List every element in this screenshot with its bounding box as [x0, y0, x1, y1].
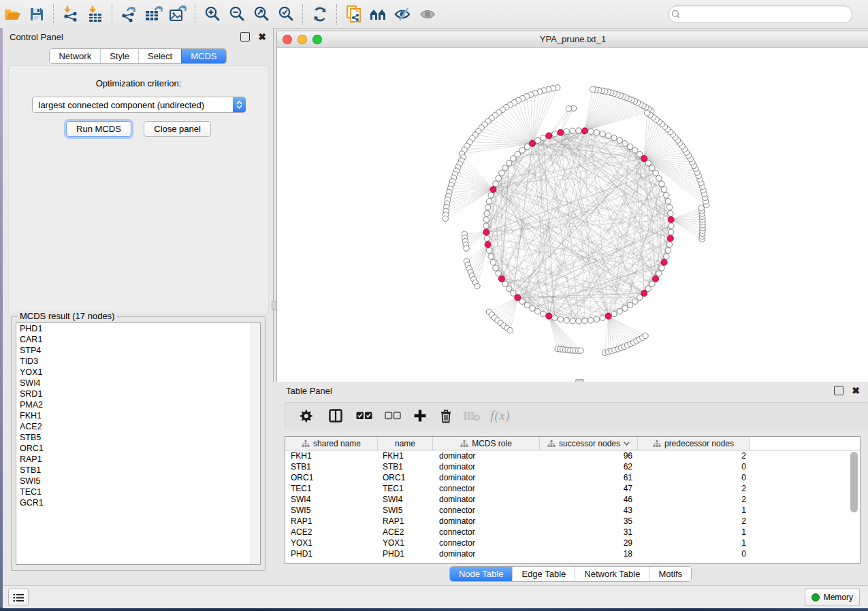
table-scrollbar[interactable]	[850, 452, 858, 561]
table-row[interactable]: SWI5SWI5connector431	[285, 505, 860, 516]
network-node[interactable]	[576, 318, 581, 324]
cell-predecessor-nodes[interactable]: 1	[638, 538, 750, 548]
mcds-result-item[interactable]: STP4	[16, 345, 260, 356]
mcds-network-node[interactable]	[661, 259, 667, 265]
cell-MCDS-role[interactable]: connector	[433, 506, 540, 515]
mcds-network-node[interactable]	[641, 156, 647, 162]
network-node[interactable]	[483, 217, 489, 222]
float-window-icon[interactable]	[834, 386, 843, 395]
tab-style[interactable]: Style	[100, 49, 138, 63]
network-node[interactable]	[566, 106, 571, 112]
mcds-result-item[interactable]: RAP1	[16, 454, 260, 465]
cell-successor-nodes[interactable]: 29	[540, 538, 638, 548]
refresh-view-icon[interactable]	[308, 2, 332, 27]
mcds-result-list[interactable]: PHD1CAR1STP4TID3YOX1SWI4SRD1PMA2FKH1ACE2…	[16, 323, 261, 565]
mcds-result-item[interactable]: FKH1	[16, 410, 260, 421]
network-node[interactable]	[493, 265, 498, 271]
cell-name[interactable]: SWI4	[378, 495, 433, 504]
network-window-titlebar[interactable]: YPA_prune.txt_1	[277, 31, 868, 48]
network-node[interactable]	[496, 176, 501, 181]
cell-shared-name[interactable]: ACE2	[285, 527, 378, 537]
network-node[interactable]	[666, 242, 672, 247]
cell-MCDS-role[interactable]: dominator	[433, 516, 540, 526]
node-table[interactable]: shared namenameMCDS rolesuccessor nodesp…	[285, 436, 861, 564]
tab-network[interactable]: Network	[50, 49, 100, 63]
network-node[interactable]	[464, 246, 469, 251]
network-node[interactable]	[519, 148, 525, 153]
network-node[interactable]	[666, 205, 672, 210]
network-node[interactable]	[515, 152, 520, 157]
mcds-network-node[interactable]	[668, 216, 674, 222]
table-row[interactable]: FKH1FKH1dominator962	[285, 450, 860, 461]
network-node[interactable]	[669, 223, 674, 229]
network-node[interactable]	[611, 311, 617, 316]
mcds-result-item[interactable]: CAR1	[16, 334, 260, 345]
network-node[interactable]	[622, 306, 628, 311]
network-node[interactable]	[484, 211, 489, 216]
table-row[interactable]: ORC1ORC1dominator610	[285, 472, 860, 483]
first-neighbors-icon[interactable]	[366, 2, 391, 27]
cell-name[interactable]: STB1	[378, 462, 433, 472]
mcds-result-item[interactable]: TID3	[16, 356, 260, 367]
mcds-result-item[interactable]: PHD1	[16, 323, 260, 334]
table-options-gear-icon[interactable]	[294, 406, 317, 426]
column-header-predecessor-nodes[interactable]: predecessor nodes	[638, 437, 750, 450]
network-node[interactable]	[645, 110, 650, 116]
network-node[interactable]	[496, 271, 501, 276]
table-row[interactable]: TEC1TEC1connector472	[285, 483, 860, 494]
mcds-result-item[interactable]: YOX1	[16, 367, 260, 378]
zoom-out-icon[interactable]	[225, 2, 249, 27]
network-node[interactable]	[664, 193, 669, 198]
mcds-network-node[interactable]	[490, 186, 496, 193]
network-node[interactable]	[606, 133, 611, 138]
cell-shared-name[interactable]: SWI5	[285, 506, 378, 515]
table-scrollbar-thumb[interactable]	[850, 452, 858, 512]
network-node[interactable]	[499, 170, 504, 176]
network-node[interactable]	[627, 144, 632, 149]
new-network-from-selection-icon[interactable]	[342, 2, 366, 27]
table-row[interactable]: STB1STB1dominator620	[285, 461, 860, 472]
network-node[interactable]	[656, 271, 662, 276]
memory-button[interactable]: Memory	[805, 589, 860, 606]
mcds-result-item[interactable]: SRD1	[16, 389, 260, 399]
network-node[interactable]	[632, 148, 638, 153]
network-node[interactable]	[588, 129, 594, 134]
cell-predecessor-nodes[interactable]: 2	[638, 516, 750, 526]
table-tab-node-table[interactable]: Node Table	[450, 567, 513, 581]
zoom-fit-icon[interactable]	[249, 2, 274, 27]
cell-successor-nodes[interactable]: 61	[540, 473, 638, 482]
deselect-all-checkboxes-icon[interactable]	[381, 406, 404, 426]
cell-MCDS-role[interactable]: connector	[433, 527, 540, 537]
cell-name[interactable]: ORC1	[378, 473, 433, 482]
network-node[interactable]	[490, 259, 496, 265]
network-node[interactable]	[656, 176, 662, 181]
network-node[interactable]	[659, 265, 664, 271]
network-node[interactable]	[475, 283, 480, 288]
mcds-network-node[interactable]	[653, 276, 659, 282]
network-node[interactable]	[486, 248, 492, 253]
table-row[interactable]: ACE2ACE2connector311	[285, 527, 860, 538]
cell-MCDS-role[interactable]: dominator	[433, 462, 540, 472]
network-node[interactable]	[488, 193, 494, 198]
network-node[interactable]	[649, 165, 655, 171]
network-node[interactable]	[611, 135, 617, 141]
float-window-icon[interactable]	[240, 32, 250, 42]
network-node[interactable]	[617, 137, 622, 143]
cell-name[interactable]: RAP1	[378, 516, 433, 526]
network-node[interactable]	[507, 327, 513, 333]
cell-successor-nodes[interactable]: 43	[540, 506, 638, 515]
select-all-checkboxes-icon[interactable]	[353, 406, 376, 426]
cell-shared-name[interactable]: RAP1	[285, 516, 378, 526]
cell-predecessor-nodes[interactable]: 0	[638, 462, 750, 472]
mcds-network-node[interactable]	[546, 313, 552, 319]
cell-name[interactable]: ACE2	[378, 527, 433, 537]
cell-predecessor-nodes[interactable]: 0	[638, 473, 750, 482]
cell-predecessor-nodes[interactable]: 2	[638, 484, 750, 493]
hide-selected-icon[interactable]	[391, 2, 415, 27]
mcds-list-scrollbar[interactable]	[251, 323, 260, 564]
search-field[interactable]	[669, 5, 852, 23]
network-node[interactable]	[594, 130, 599, 135]
cell-successor-nodes[interactable]: 35	[540, 516, 638, 526]
network-node[interactable]	[535, 308, 541, 314]
task-history-button[interactable]	[8, 589, 29, 606]
